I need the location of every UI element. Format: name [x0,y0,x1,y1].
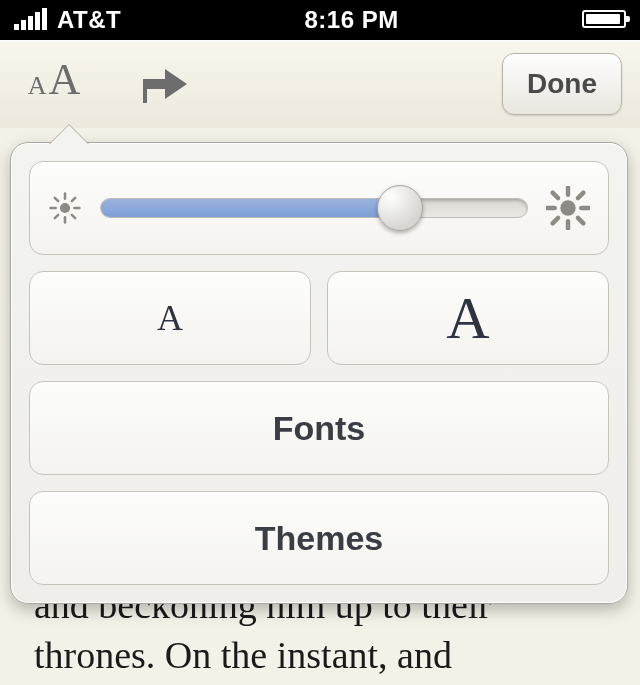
decrease-text-button[interactable]: A [29,271,311,365]
appearance-popover: A A Fonts Themes [10,142,628,604]
brightness-slider[interactable] [100,198,528,218]
fonts-label: Fonts [273,409,366,448]
svg-line-5 [55,198,58,201]
fonts-button[interactable]: Fonts [29,381,609,475]
text-size-icon-large: A [49,54,81,105]
clock: 8:16 PM [305,6,399,34]
svg-line-17 [553,218,559,224]
themes-label: Themes [255,519,384,558]
text-size-row: A A [29,271,609,365]
svg-line-15 [578,218,584,224]
brightness-high-icon [546,186,590,230]
themes-button[interactable]: Themes [29,491,609,585]
svg-line-14 [553,193,559,199]
text-size-icon-small: A [28,71,47,101]
svg-line-8 [55,215,58,218]
increase-text-button[interactable]: A [327,271,609,365]
increase-text-label: A [446,284,489,353]
brightness-thumb[interactable] [377,185,423,231]
svg-line-6 [72,215,75,218]
done-button[interactable]: Done [502,53,622,115]
done-label: Done [527,68,597,99]
reader-toolbar: A A Done [0,40,640,129]
brightness-control [29,161,609,255]
status-bar: AT&T 8:16 PM [0,0,640,40]
share-button[interactable] [130,63,202,105]
brightness-track-fill [101,199,400,217]
signal-strength-icon [14,10,47,30]
appearance-button[interactable]: A A [18,54,90,114]
svg-point-0 [60,203,70,213]
svg-line-16 [578,193,584,199]
battery-icon [582,6,626,34]
carrier-label: AT&T [57,6,121,34]
svg-point-9 [560,200,575,215]
share-icon [139,63,193,105]
brightness-low-icon [48,191,82,225]
status-left: AT&T [14,6,121,34]
decrease-text-label: A [157,297,183,339]
svg-line-7 [72,198,75,201]
